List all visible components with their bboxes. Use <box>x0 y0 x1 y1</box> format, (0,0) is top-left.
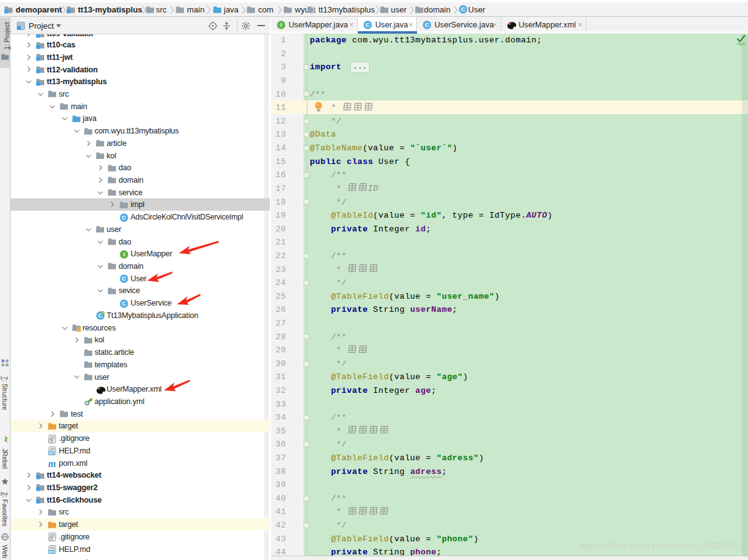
svg-text:I: I <box>280 21 282 28</box>
svg-text:C: C <box>366 21 370 28</box>
svg-text:C: C <box>122 214 127 221</box>
svg-text:I: I <box>123 251 125 258</box>
svg-text:C: C <box>425 21 429 28</box>
svg-text:C: C <box>122 276 127 282</box>
svg-text:MD: MD <box>49 550 54 554</box>
svg-text:C: C <box>461 6 466 12</box>
svg-text:C: C <box>122 300 127 307</box>
svg-text:MD: MD <box>49 451 54 455</box>
